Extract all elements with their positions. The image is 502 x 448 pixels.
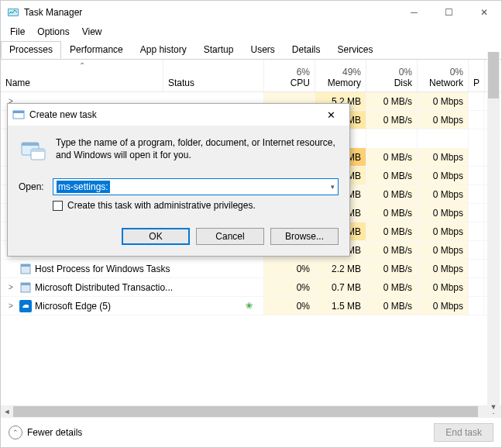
fewer-details-label: Fewer details [27, 427, 82, 438]
cpu-cell: 0% [264, 297, 315, 315]
disk-cell: 0 MB/s [366, 92, 418, 110]
task-manager-window: Task Manager ─ ☐ ✕ File Options View Pro… [0, 0, 502, 448]
footer: ⌃ Fewer details End task [1, 418, 501, 447]
titlebar: Task Manager ─ ☐ ✕ [1, 1, 501, 24]
extra-cell [469, 185, 484, 203]
scroll-left-icon[interactable]: ◄ [1, 405, 13, 418]
header-network[interactable]: 0% Network [418, 60, 469, 91]
svg-rect-11 [21, 283, 30, 285]
net-cell: 0 Mbps [418, 222, 469, 240]
net-cell: 0 Mbps [418, 111, 469, 129]
open-label: Open: [19, 181, 45, 192]
table-row[interactable]: >Microsoft Distributed Transactio...0%0.… [1, 278, 501, 297]
mem-cell: 2.2 MB [315, 260, 366, 277]
expand-icon[interactable]: > [5, 302, 16, 310]
menu-view[interactable]: View [76, 25, 108, 39]
disk-cell: 0 MB/s [366, 167, 418, 184]
menu-file[interactable]: File [4, 25, 31, 39]
tab-details[interactable]: Details [284, 41, 329, 59]
header-memory[interactable]: 49% Memory [315, 60, 366, 91]
admin-checkbox[interactable] [53, 201, 63, 211]
minimize-button[interactable]: ─ [397, 1, 432, 24]
tabs: Processes Performance App history Startu… [1, 41, 501, 60]
process-icon [19, 281, 32, 294]
svg-rect-14 [13, 111, 24, 113]
run-program-icon [19, 136, 46, 164]
disk-cell: 0 MB/s [366, 111, 418, 129]
hscroll-thumb[interactable] [13, 406, 478, 417]
extra-cell [469, 204, 484, 222]
column-headers: ⌃ Name Status 6% CPU 49% Memory 0% Disk … [1, 60, 501, 92]
extra-cell [469, 167, 484, 184]
menu-options[interactable]: Options [31, 25, 75, 39]
header-name[interactable]: ⌃ Name [1, 60, 163, 91]
table-row[interactable]: >Microsoft Edge (5)❀0%1.5 MB0 MB/s0 Mbps [1, 297, 501, 315]
net-cell: 0 Mbps [418, 278, 469, 296]
extra-cell [469, 241, 484, 259]
extra-cell [469, 148, 484, 166]
menubar: File Options View [1, 24, 501, 40]
tab-services[interactable]: Services [329, 41, 382, 59]
tab-processes[interactable]: Processes [1, 41, 61, 59]
disk-cell: 0 MB/s [366, 260, 418, 277]
net-cell: 0 Mbps [418, 185, 469, 203]
ok-button[interactable]: OK [122, 228, 190, 245]
net-cell: 0 Mbps [418, 148, 469, 166]
cpu-cell: 0% [264, 260, 315, 277]
maximize-button[interactable]: ☐ [432, 1, 466, 24]
net-cell [418, 129, 469, 148]
end-task-button[interactable]: End task [434, 423, 493, 442]
mem-cell: 0.7 MB [315, 278, 366, 296]
disk-cell: 0 MB/s [366, 278, 418, 296]
disk-cell: 0 MB/s [366, 148, 418, 166]
dialog-body: Type the name of a program, folder, docu… [8, 126, 349, 256]
chevron-up-icon: ⌃ [9, 426, 22, 439]
scroll-down-icon[interactable]: ▼ [487, 401, 500, 413]
tab-startup[interactable]: Startup [195, 41, 242, 59]
open-combobox[interactable]: ms-settings: ▾ [53, 178, 339, 195]
extra-cell [469, 297, 484, 315]
process-name-cell: >Microsoft Edge (5)❀ [1, 297, 264, 315]
browse-button[interactable]: Browse... [270, 228, 339, 245]
process-name-cell: >Microsoft Distributed Transactio... [1, 278, 264, 296]
table-row[interactable]: Host Process for Windows Tasks0%2.2 MB0 … [1, 260, 501, 278]
dialog-close-button[interactable]: ✕ [315, 105, 346, 124]
open-value: ms-settings: [57, 181, 110, 193]
chevron-down-icon[interactable]: ▾ [331, 183, 335, 191]
tab-app-history[interactable]: App history [132, 41, 195, 59]
net-cell: 0 Mbps [418, 92, 469, 110]
extra-cell [469, 222, 484, 240]
process-icon [19, 263, 32, 275]
net-cell: 0 Mbps [418, 297, 469, 315]
extra-cell [469, 111, 484, 129]
net-cell: 0 Mbps [418, 241, 469, 259]
header-extra[interactable]: P [469, 60, 485, 91]
dialog-titlebar: Create new task ✕ [8, 104, 349, 126]
dialog-title: Create new task [29, 109, 97, 120]
extra-cell [469, 278, 484, 296]
disk-cell: 0 MB/s [366, 297, 418, 315]
cancel-button[interactable]: Cancel [196, 228, 264, 245]
vscroll-thumb[interactable] [488, 52, 499, 98]
expand-icon[interactable]: > [5, 283, 16, 291]
vertical-scrollbar[interactable]: ▼ [487, 52, 500, 413]
header-cpu[interactable]: 6% CPU [264, 60, 315, 91]
process-name: Microsoft Distributed Transactio... [35, 282, 173, 293]
leaf-icon: ❀ [243, 301, 254, 311]
cpu-cell: 0% [264, 278, 315, 296]
task-manager-icon [7, 6, 19, 19]
tab-performance[interactable]: Performance [61, 41, 132, 59]
header-status[interactable]: Status [163, 60, 264, 91]
disk-cell: 0 MB/s [366, 185, 418, 203]
process-name-cell: Host Process for Windows Tasks [1, 260, 264, 277]
fewer-details-button[interactable]: ⌃ Fewer details [9, 426, 82, 439]
header-disk[interactable]: 0% Disk [366, 60, 418, 91]
disk-cell: 0 MB/s [366, 222, 418, 240]
svg-rect-16 [22, 143, 39, 146]
mem-cell: 1.5 MB [315, 297, 366, 315]
close-button[interactable]: ✕ [466, 1, 501, 24]
horizontal-scrollbar[interactable]: ◄ ► [1, 405, 501, 418]
tab-users[interactable]: Users [242, 41, 283, 59]
svg-rect-9 [21, 264, 30, 267]
run-icon [12, 109, 25, 121]
